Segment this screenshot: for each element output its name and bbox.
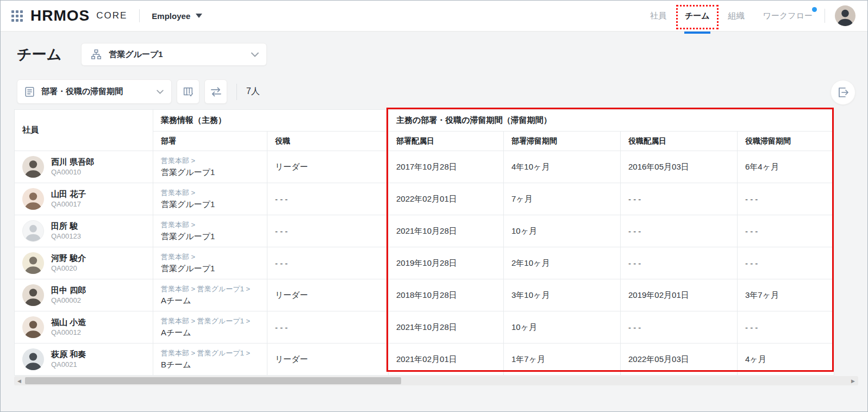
scrollbar-thumb[interactable]: [25, 377, 401, 384]
role-assign-date-cell: 2022年05月03日: [621, 344, 738, 376]
avatar[interactable]: [22, 316, 44, 338]
hrmos-logo: HRMOS: [30, 7, 90, 24]
role-cell: リーダー: [267, 151, 389, 183]
table-row: 河野 駿介 QA0020 営業本部 > 営業グループ1 - - - 2019年1…: [15, 247, 834, 279]
swap-icon: [210, 86, 222, 97]
user-avatar[interactable]: [835, 5, 855, 26]
chevron-down-icon: [251, 52, 259, 57]
export-button[interactable]: [830, 80, 855, 105]
role-tenure-cell: 3年7ヶ月: [738, 279, 834, 311]
employee-name: 萩原 和奏: [51, 348, 86, 360]
table-row: 西川 県吾郎 QA00010 営業本部 > 営業グループ1 リーダー 2017年…: [15, 151, 834, 183]
table-row: 田所 駿 QA00123 営業本部 > 営業グループ1 - - - 2021年1…: [15, 215, 834, 247]
header-left: HRMOS CORE Employee: [11, 7, 202, 24]
employee-id: QA00010: [51, 167, 94, 178]
org-chart-icon: [90, 48, 102, 60]
role-assign-date-cell: - - -: [621, 215, 738, 247]
department-path-link[interactable]: 営業本部 >: [161, 155, 267, 166]
role-tenure-cell: 6年4ヶ月: [738, 151, 834, 183]
department-path-link[interactable]: 営業本部 > 営業グループ1 >: [161, 316, 267, 327]
member-count: 7人: [246, 86, 260, 97]
app-window: HRMOS CORE Employee 社員 チーム 組織 ワークフロー: [0, 0, 868, 412]
employee-id: QA00012: [51, 328, 86, 338]
dept-assign-date-cell: 2021年02月01日: [389, 344, 504, 376]
filter-row: 部署・役職の滞留期間 7人: [17, 79, 260, 104]
tab-team-label: チーム: [685, 11, 710, 21]
apps-grid-icon[interactable]: [11, 10, 23, 22]
table-row: 萩原 和奏 QA0021 営業本部 > 営業グループ1 > Bチーム リーダー …: [15, 344, 834, 376]
team-selector[interactable]: 営業グループ1: [81, 43, 267, 66]
department-name: 営業グループ1: [161, 198, 267, 211]
role-assign-date-cell: - - -: [621, 183, 738, 215]
department-name: 営業グループ1: [161, 230, 267, 243]
department-name: Bチーム: [161, 359, 267, 371]
dept-tenure-cell: 10ヶ月: [504, 311, 621, 344]
dept-tenure-cell: 4年10ヶ月: [504, 151, 621, 183]
avatar[interactable]: [22, 156, 44, 178]
notification-dot: [812, 7, 817, 12]
department-path-link[interactable]: 営業本部 > 営業グループ1 >: [161, 348, 267, 359]
page-title: チーム: [17, 45, 61, 64]
avatar[interactable]: [22, 284, 44, 306]
department-path-link[interactable]: 営業本部 >: [161, 188, 267, 198]
employee-id: QA00002: [51, 296, 86, 306]
employee-id: QA00123: [51, 232, 81, 242]
avatar[interactable]: [22, 348, 44, 370]
role-cell: - - -: [267, 247, 389, 279]
department-path-link[interactable]: 営業本部 >: [161, 220, 267, 230]
group-header-tenure: 主務の部署・役職の滞留期間（滞留期間）: [389, 110, 834, 132]
role-tenure-cell: 4ヶ月: [738, 344, 834, 376]
logo-core-label: CORE: [96, 10, 127, 21]
role-cell: - - -: [267, 215, 389, 247]
tab-workflow-label: ワークフロー: [763, 11, 813, 21]
department-name: 営業グループ1: [161, 263, 267, 275]
horizontal-scrollbar[interactable]: ◀ ▶: [14, 376, 858, 385]
tab-workflow[interactable]: ワークフロー: [763, 1, 813, 32]
product-switcher-label: Employee: [152, 11, 190, 21]
employee-name: 田中 四郎: [51, 284, 86, 296]
dept-assign-date-cell: 2021年10月28日: [389, 215, 504, 247]
export-icon: [836, 86, 850, 99]
scroll-left-icon[interactable]: ◀: [17, 376, 21, 385]
main-nav: 社員 チーム 組織 ワークフロー: [650, 1, 855, 32]
dept-tenure-cell: 1年7ヶ月: [504, 344, 621, 376]
role-assign-date-cell: 2019年02月01日: [621, 279, 738, 311]
department-name: 営業グループ1: [161, 166, 267, 179]
col-header-dept-tenure: 部署滞留期間: [504, 132, 621, 151]
role-assign-date-cell: 2016年05月03日: [621, 151, 738, 183]
swap-columns-button[interactable]: [204, 79, 227, 104]
avatar[interactable]: [22, 188, 44, 210]
tab-employees[interactable]: 社員: [650, 1, 666, 32]
table-row: 福山 小造 QA00012 営業本部 > 営業グループ1 > Aチーム - - …: [15, 311, 834, 344]
dept-assign-date-cell: 2019年10月28日: [389, 247, 504, 279]
column-settings-button[interactable]: [177, 79, 199, 104]
product-switcher[interactable]: Employee: [152, 11, 202, 21]
employee-name: 山田 花子: [51, 188, 86, 200]
department-path-link[interactable]: 営業本部 > 営業グループ1 >: [161, 284, 267, 295]
tab-organization[interactable]: 組織: [728, 1, 745, 32]
role-assign-date-cell: - - -: [621, 311, 738, 344]
employee-id: QA00017: [51, 199, 86, 210]
tab-team[interactable]: チーム: [685, 1, 710, 32]
table-row: 山田 花子 QA00017 営業本部 > 営業グループ1 - - - 2022年…: [15, 183, 834, 215]
view-selector[interactable]: 部署・役職の滞留期間: [17, 79, 172, 104]
role-cell: リーダー: [267, 344, 389, 376]
col-header-employee: 社員: [15, 110, 153, 151]
dept-assign-date-cell: 2018年10月28日: [389, 279, 504, 311]
avatar-placeholder[interactable]: [22, 220, 44, 242]
avatar[interactable]: [22, 252, 44, 274]
column-settings-icon: [182, 86, 194, 98]
team-selector-value: 営業グループ1: [109, 49, 163, 60]
role-cell: - - -: [267, 311, 389, 344]
filter-divider: [236, 84, 237, 100]
dropdown-arrow-icon: [196, 14, 202, 18]
dept-tenure-cell: 10ヶ月: [504, 215, 621, 247]
department-path-link[interactable]: 営業本部 >: [161, 252, 267, 263]
employee-id: QA0021: [51, 360, 86, 370]
nav-divider: [825, 9, 825, 23]
scroll-right-icon[interactable]: ▶: [851, 376, 855, 385]
employee-id: QA0020: [51, 264, 86, 274]
table-row: 田中 四郎 QA00002 営業本部 > 営業グループ1 > Aチーム リーダー…: [15, 279, 834, 311]
employee-name: 福山 小造: [51, 316, 86, 328]
dept-assign-date-cell: 2022年02月01日: [389, 183, 504, 215]
